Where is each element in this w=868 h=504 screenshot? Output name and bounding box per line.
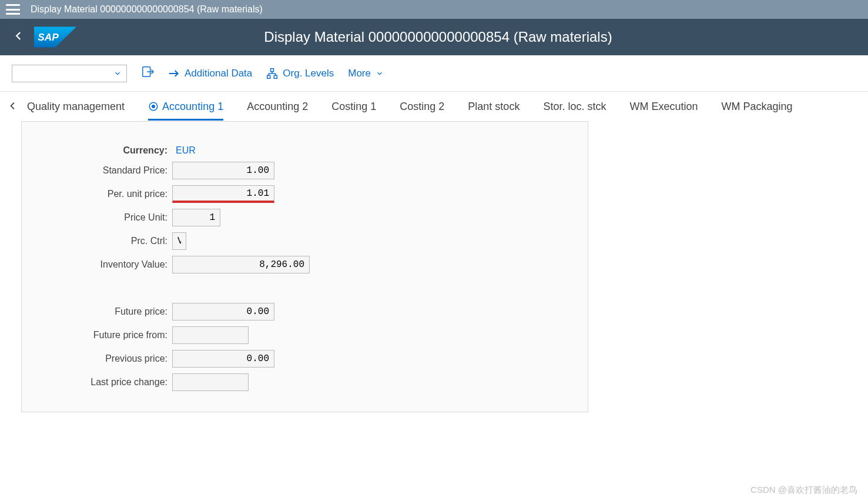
svg-rect-7 [274, 75, 277, 78]
tab-plant-stock[interactable]: Plant stock [468, 94, 520, 120]
tab-strip: Quality management Accounting 1 Accounti… [0, 92, 868, 121]
window-title: Display Material 000000000000000854 (Raw… [31, 4, 263, 15]
tab-costing-2[interactable]: Costing 2 [400, 94, 444, 120]
prc-ctrl-label: Prc. Ctrl: [33, 236, 172, 246]
currency-label: Currency: [33, 145, 172, 156]
tab-wm-packaging[interactable]: WM Packaging [721, 94, 792, 120]
tab-quality-management[interactable]: Quality management [27, 94, 125, 120]
view-selector-dropdown[interactable] [12, 65, 127, 82]
standard-price-field[interactable] [172, 162, 274, 179]
future-price-from-label: Future price from: [33, 330, 172, 341]
org-levels-button[interactable]: Org. Levels [266, 68, 334, 79]
accounting-panel: Currency: EUR Standard Price: Per. unit … [21, 121, 588, 412]
tab-accounting-2[interactable]: Accounting 2 [247, 94, 308, 120]
more-button[interactable]: More [348, 68, 384, 79]
per-unit-price-label: Per. unit price: [33, 189, 172, 199]
menu-icon[interactable] [6, 4, 20, 15]
chevron-down-icon [113, 69, 122, 78]
page-title: Display Material 000000000000000854 (Raw… [76, 29, 859, 45]
sap-logo: SAP [34, 26, 76, 48]
price-unit-field[interactable] [172, 209, 220, 226]
tab-costing-1[interactable]: Costing 1 [331, 94, 376, 120]
expand-icon[interactable] [141, 65, 154, 81]
per-unit-price-field[interactable] [172, 185, 274, 203]
back-button[interactable] [9, 29, 28, 45]
tab-accounting-1[interactable]: Accounting 1 [148, 94, 223, 120]
prc-ctrl-field[interactable] [172, 232, 186, 250]
more-label: More [348, 68, 371, 79]
inventory-value-label: Inventory Value: [33, 259, 172, 270]
currency-value[interactable]: EUR [172, 145, 196, 156]
org-levels-label: Org. Levels [283, 68, 334, 79]
future-price-label: Future price: [33, 306, 172, 317]
svg-rect-5 [271, 68, 274, 71]
last-price-change-label: Last price change: [33, 377, 172, 388]
svg-rect-6 [267, 75, 270, 78]
eye-icon [148, 101, 159, 112]
previous-price-field[interactable] [172, 350, 274, 368]
toolbar: Additional Data Org. Levels More [0, 55, 868, 92]
last-price-change-field[interactable] [172, 373, 249, 391]
tab-scroll-left[interactable] [8, 100, 18, 114]
additional-data-button[interactable]: Additional Data [168, 68, 252, 79]
additional-data-label: Additional Data [185, 68, 252, 79]
svg-point-13 [152, 105, 155, 108]
standard-price-label: Standard Price: [33, 165, 172, 176]
svg-text:SAP: SAP [38, 31, 59, 43]
price-unit-label: Price Unit: [33, 212, 172, 223]
chevron-down-icon [376, 69, 384, 78]
tab-wm-execution[interactable]: WM Execution [629, 94, 698, 120]
previous-price-label: Previous price: [33, 353, 172, 364]
window-titlebar: Display Material 000000000000000854 (Raw… [0, 0, 868, 19]
inventory-value-field[interactable] [172, 256, 310, 273]
future-price-from-field[interactable] [172, 326, 249, 344]
future-price-field[interactable] [172, 303, 274, 321]
app-header: SAP Display Material 000000000000000854 … [0, 19, 868, 55]
tab-stor-loc-stck[interactable]: Stor. loc. stck [543, 94, 606, 120]
content-area: Currency: EUR Standard Price: Per. unit … [0, 121, 868, 412]
